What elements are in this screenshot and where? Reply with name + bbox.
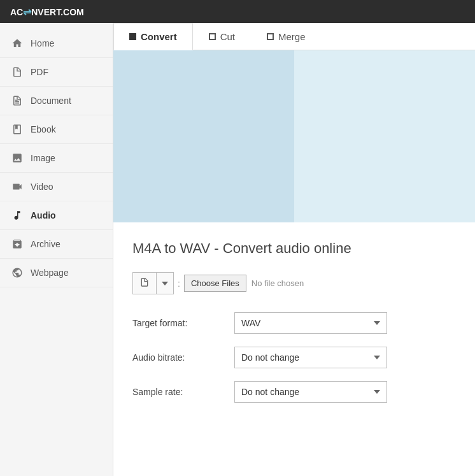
sidebar-item-audio[interactable]: Audio — [0, 201, 113, 230]
logo-domain: NVERT.COM — [31, 7, 83, 17]
archive-icon — [10, 237, 24, 251]
sidebar: Home PDF Document Ebook Image — [0, 23, 113, 476]
content: Convert Cut Merge M4A to WAV - Convert a… — [113, 23, 475, 476]
ebook-icon — [10, 122, 24, 136]
audio-icon — [10, 208, 24, 222]
pdf-icon — [10, 65, 24, 79]
file-separator: : — [178, 278, 180, 289]
target-format-row: Target format: WAV MP3 AAC FLAC OGG M4A … — [132, 312, 456, 334]
file-doc-icon — [139, 277, 150, 287]
merge-tab-square — [267, 33, 274, 40]
document-icon — [10, 94, 24, 108]
hero-banner — [113, 50, 475, 222]
sidebar-item-pdf[interactable]: PDF — [0, 58, 113, 87]
audio-bitrate-row: Audio bitrate: Do not change 64 kbps 128… — [132, 347, 456, 368]
file-input-row: : Choose Files No file chosen — [132, 272, 456, 294]
page-title: M4A to WAV - Convert audio online — [132, 240, 456, 257]
target-format-select[interactable]: WAV MP3 AAC FLAC OGG M4A WMA AIFF — [234, 312, 387, 334]
tab-cut[interactable]: Cut — [193, 23, 251, 50]
target-format-label: Target format: — [132, 318, 234, 328]
sidebar-label-archive: Archive — [31, 239, 60, 249]
convert-tab-square — [129, 33, 136, 40]
image-icon — [10, 151, 24, 165]
layout: Home PDF Document Ebook Image — [0, 23, 475, 476]
tab-convert[interactable]: Convert — [113, 23, 193, 50]
main-area: M4A to WAV - Convert audio online : Choo… — [113, 222, 475, 476]
sidebar-label-webpage: Webpage — [31, 268, 69, 278]
sidebar-label-image: Image — [31, 153, 55, 163]
audio-bitrate-label: Audio bitrate: — [132, 352, 234, 363]
tab-merge-label: Merge — [278, 31, 306, 42]
tab-convert-label: Convert — [141, 31, 177, 42]
tabbar: Convert Cut Merge — [113, 23, 475, 50]
hero-right — [294, 50, 475, 222]
sidebar-label-audio: Audio — [31, 210, 56, 220]
sidebar-item-webpage[interactable]: Webpage — [0, 259, 113, 287]
sidebar-item-ebook[interactable]: Ebook — [0, 115, 113, 144]
no-file-text: No file chosen — [252, 278, 304, 288]
sidebar-item-video[interactable]: Video — [0, 173, 113, 201]
sidebar-label-document: Document — [31, 96, 71, 106]
logo-arrow: ⇌ — [23, 6, 31, 17]
sidebar-item-archive[interactable]: Archive — [0, 230, 113, 259]
tab-merge[interactable]: Merge — [251, 23, 322, 50]
sample-rate-select[interactable]: Do not change 8000 Hz 11025 Hz 16000 Hz … — [234, 381, 387, 403]
logo: AC⇌NVERT.COM — [10, 6, 84, 18]
sidebar-label-home: Home — [31, 38, 54, 48]
home-icon — [10, 36, 24, 50]
topbar: AC⇌NVERT.COM — [0, 0, 475, 23]
webpage-icon — [10, 266, 24, 280]
sidebar-item-document[interactable]: Document — [0, 87, 113, 115]
dropdown-arrow-icon — [162, 280, 168, 287]
hero-left — [113, 50, 294, 222]
sample-rate-label: Sample rate: — [132, 387, 234, 397]
file-arrow-button[interactable] — [157, 274, 173, 293]
file-icon-button[interactable] — [132, 272, 174, 294]
video-icon — [10, 180, 24, 194]
cut-tab-square — [209, 33, 216, 40]
sidebar-item-home[interactable]: Home — [0, 29, 113, 58]
sidebar-label-video: Video — [31, 182, 53, 192]
choose-files-button[interactable]: Choose Files — [184, 275, 246, 292]
tab-cut-label: Cut — [220, 31, 235, 42]
sidebar-item-image[interactable]: Image — [0, 144, 113, 173]
sample-rate-row: Sample rate: Do not change 8000 Hz 11025… — [132, 381, 456, 403]
sidebar-label-ebook: Ebook — [31, 124, 56, 134]
audio-bitrate-select[interactable]: Do not change 64 kbps 128 kbps 192 kbps … — [234, 347, 387, 368]
logo-ac: AC — [10, 7, 23, 17]
file-doc-button[interactable] — [133, 273, 157, 294]
sidebar-label-pdf: PDF — [31, 67, 48, 77]
